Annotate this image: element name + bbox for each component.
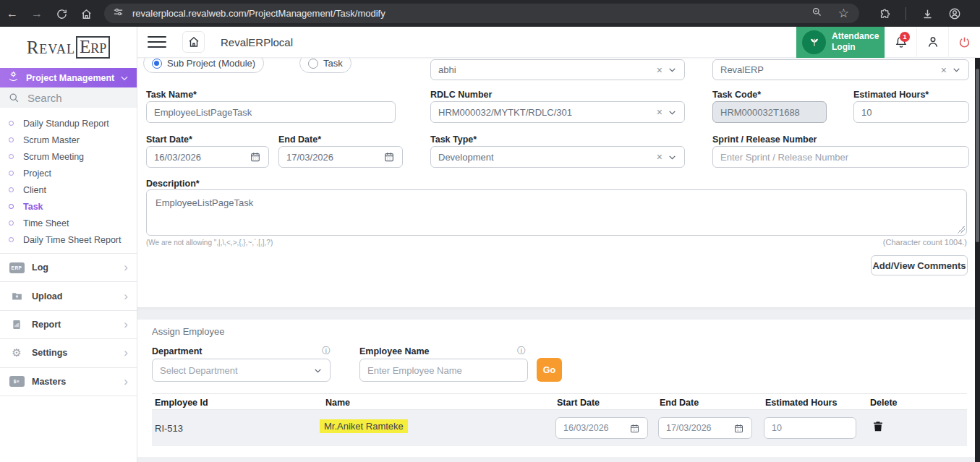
gear-icon: ⚙ [9,346,25,359]
character-count: (Character count 1004.) [883,238,967,247]
page-scrollbar[interactable] [975,27,980,462]
hamburger-menu-icon[interactable] [148,33,166,51]
clear-icon[interactable]: × [657,106,662,118]
sidebar-item-time-sheet[interactable]: Time Sheet [0,215,137,231]
start-date-label: Start Date* [146,134,192,145]
project-select[interactable]: abhi × [430,59,685,80]
sidebar-group-upload[interactable]: Upload › [0,281,137,309]
profile-button[interactable] [916,27,948,58]
info-icon[interactable]: ⓘ [517,345,526,357]
sidebar-group-log[interactable]: ERP Log › [0,253,137,281]
bookmark-star-icon[interactable]: ☆ [838,6,849,21]
chevron-down-icon[interactable] [668,108,677,117]
sidebar-group-masters[interactable]: $≡ Masters › [0,367,137,395]
calendar-icon[interactable] [250,151,261,163]
home-button[interactable] [182,31,205,53]
task-code-label: Task Code* [712,90,761,100]
radio-sub-project[interactable]: Sub Project (Module) [143,58,264,73]
app-header: RevalERPlocal Attendance Login 1 [137,27,980,58]
task-name-label: Task Name* [146,90,197,100]
clear-icon[interactable]: × [941,64,947,76]
row-estimated-hours-input[interactable]: 10 [764,417,856,439]
col-delete: Delete [870,394,898,411]
chevron-down-icon[interactable] [313,366,323,375]
estimated-hours-input[interactable]: 10 [853,101,969,123]
zoom-icon[interactable] [811,7,822,20]
calendar-icon[interactable] [733,423,744,434]
employee-name-input[interactable]: Enter Employee Name [359,359,528,382]
estimated-hours-label: Estimated Hours* [853,90,929,100]
rdlc-number-select[interactable]: HRM000032/MYTKT/RDLC/301 × [430,101,685,123]
url-text[interactable]: revalerplocal.revalweb.com/ProjectManage… [132,8,811,19]
sidebar-item-client[interactable]: Client [0,181,137,198]
masters-icon: $≡ [9,376,25,387]
sidebar-item-project[interactable]: Project [0,165,137,181]
assign-employee-title: Assign Employee [152,326,224,337]
resize-handle[interactable] [958,226,965,234]
logo-erp-box: Erp [76,36,110,58]
browser-menu-icon[interactable]: ⋮ [970,7,980,20]
forward-icon[interactable]: → [25,7,49,20]
sidebar-search-input[interactable]: Search [0,87,137,108]
module-header-project-management[interactable]: Project Management [0,68,137,87]
col-employee-id: Employee Id [155,394,208,411]
sidebar-item-scrum-master[interactable]: Scrum Master [0,132,137,148]
site-settings-icon[interactable] [113,7,124,20]
chevron-down-icon[interactable] [119,73,129,83]
attendance-login-button[interactable]: Attendance Login [796,27,885,58]
task-name-input[interactable]: EmployeeListPageTask [146,101,396,123]
chevron-right-icon: › [124,260,128,275]
col-estimated-hours: Estimated Hours [765,394,837,411]
row-start-date-input[interactable]: 16/03/2026 [555,417,648,439]
sidebar-item-daily-time-sheet-report[interactable]: Daily Time Sheet Report [0,231,137,248]
extensions-icon[interactable] [872,7,897,20]
power-icon [958,35,971,49]
logout-button[interactable] [948,27,980,58]
sidebar-item-task[interactable]: Task [0,198,137,215]
sprint-label: Sprint / Release Number [712,134,817,145]
hand-gear-icon [7,70,20,85]
radio-selected-icon[interactable] [152,59,162,69]
assign-employee-card: Assign Employee Department ⓘ Employee Na… [137,320,980,452]
department-select[interactable]: Select Department [152,359,331,382]
sidebar-item-scrum-meeting[interactable]: Scrum Meeting [0,148,137,165]
url-bar[interactable]: revalerplocal.revalweb.com/ProjectManage… [104,4,859,23]
description-textarea[interactable]: EmployeeListPageTask [146,189,967,236]
module-select[interactable]: RevalERP × [712,59,969,80]
task-code-input: HRM000032T1688 [712,101,827,123]
sprint-input[interactable]: Enter Sprint / Release Number [712,146,969,168]
bullet-icon [9,171,14,176]
profile-icon[interactable] [942,7,967,20]
report-icon [9,319,25,330]
clear-icon[interactable]: × [657,64,662,76]
reload-icon[interactable] [49,7,74,20]
attendance-label-line1: Attendance [832,31,879,42]
calendar-icon[interactable] [629,423,640,434]
downloads-icon[interactable] [915,7,939,20]
bottom-divider [137,457,980,462]
calendar-icon[interactable] [383,151,395,163]
info-icon[interactable]: ⓘ [322,345,331,357]
sidebar-group-report[interactable]: Report › [0,310,137,338]
clear-icon[interactable]: × [657,151,662,163]
add-view-comments-button[interactable]: Add/View Comments [871,255,968,275]
chevron-down-icon[interactable] [668,65,677,74]
home-icon[interactable] [74,7,98,20]
bullet-icon [9,204,14,209]
sidebar-item-daily-standup-report[interactable]: Daily Standup Report [0,115,137,132]
scrollbar-thumb[interactable] [976,69,979,242]
radio-task[interactable]: Task [299,58,351,73]
sidebar-group-settings[interactable]: ⚙ Settings › [0,338,137,367]
go-button[interactable]: Go [537,358,562,382]
notifications-button[interactable]: 1 [885,27,916,58]
chevron-down-icon[interactable] [952,65,961,74]
back-icon[interactable]: ← [0,7,25,20]
delete-row-button[interactable] [872,419,885,436]
start-date-input[interactable]: 16/03/2026 [146,146,269,168]
row-end-date-input[interactable]: 17/03/2026 [658,417,752,439]
radio-unselected-icon[interactable] [308,59,318,69]
end-date-input[interactable]: 17/03/2026 [278,146,403,168]
chevron-down-icon[interactable] [668,153,677,162]
task-type-select[interactable]: Development × [430,146,685,168]
col-name: Name [325,394,350,411]
